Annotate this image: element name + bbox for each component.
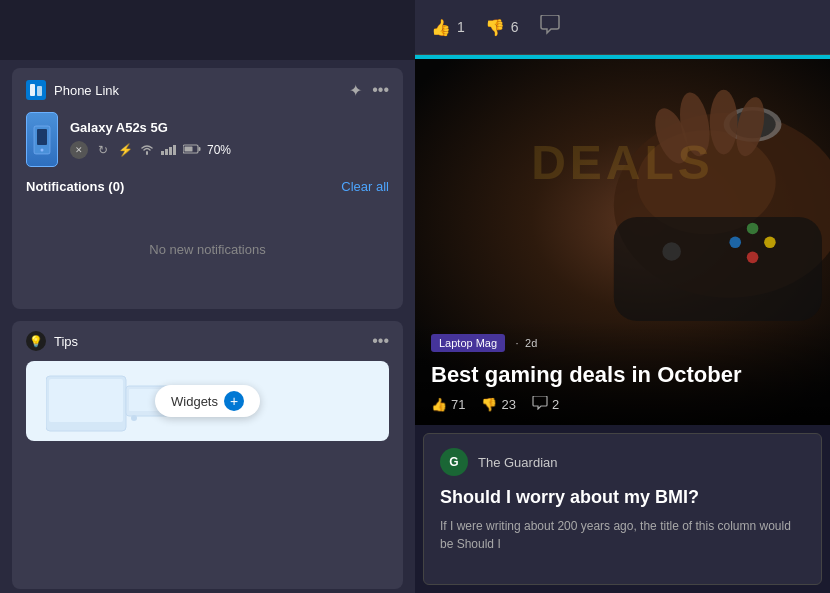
battery-icon (183, 143, 201, 157)
svg-point-31 (729, 237, 741, 249)
svg-point-4 (41, 148, 44, 151)
top-dislikes-section: 👎 6 (485, 18, 519, 37)
guardian-excerpt: If I were writing about 200 years ago, t… (440, 517, 805, 553)
tips-more-icon[interactable]: ••• (372, 332, 389, 350)
gaming-card[interactable]: DEALS Laptop Mag · 2d Best gaming deals … (415, 55, 830, 425)
bluetooth-icon: ⚡ (118, 143, 133, 157)
svg-point-29 (764, 237, 776, 249)
widgets-plus-icon: + (224, 391, 244, 411)
deals-watermark: DEALS (531, 135, 714, 190)
phone-info: Galaxy A52s 5G ✕ ↻ ⚡ (26, 112, 389, 167)
phone-status-icons: ✕ ↻ ⚡ (70, 141, 231, 159)
top-news-partial: 👍 1 👎 6 (415, 0, 830, 55)
disconnect-icon[interactable]: ✕ (70, 141, 88, 159)
phone-details: Galaxy A52s 5G ✕ ↻ ⚡ (70, 120, 231, 159)
teal-accent-line (415, 55, 830, 59)
top-dark-bar (0, 0, 415, 60)
refresh-icon[interactable]: ↻ (94, 141, 112, 159)
guardian-article-title: Should I worry about my BMI? (440, 486, 805, 509)
gaming-likes-count: 71 (451, 397, 465, 412)
tips-app-icon: 💡 (26, 331, 46, 351)
widgets-label: Widgets (171, 394, 218, 409)
right-column: 👍 1 👎 6 (415, 0, 830, 593)
device-name: Galaxy A52s 5G (70, 120, 231, 135)
guardian-header: G The Guardian (440, 448, 805, 476)
phone-thumbnail (26, 112, 58, 167)
tips-content: Widgets + (26, 361, 389, 441)
more-options-icon[interactable]: ••• (372, 81, 389, 99)
gaming-comments: 2 (532, 396, 559, 413)
notifications-header: Notifications (0) Clear all (26, 179, 389, 194)
thumbs-down-icon[interactable]: 👎 (485, 18, 505, 37)
top-likes-count: 1 (457, 19, 465, 35)
guardian-source-name: The Guardian (478, 455, 558, 470)
tips-header-left: 💡 Tips (26, 331, 78, 351)
gaming-thumbs-down-icon[interactable]: 👎 (481, 397, 497, 412)
source-time-ago: 2d (525, 337, 537, 349)
svg-rect-3 (37, 129, 47, 145)
phone-link-card: Phone Link ✦ ••• Galaxy A52s 5G ✕ ↻ (12, 68, 403, 309)
source-badge: Laptop Mag (431, 334, 505, 352)
svg-point-24 (710, 90, 738, 155)
gaming-actions: 👍 71 👎 23 2 (431, 396, 814, 413)
card-header: Phone Link ✦ ••• (26, 80, 389, 100)
tips-title: Tips (54, 334, 78, 349)
left-column: Phone Link ✦ ••• Galaxy A52s 5G ✕ ↻ (0, 0, 415, 593)
gaming-card-info: Laptop Mag · 2d Best gaming deals in Oct… (415, 321, 830, 425)
wifi-icon (139, 143, 155, 158)
no-notifications-text: No new notifications (26, 202, 389, 297)
svg-point-28 (747, 252, 759, 264)
guardian-card[interactable]: G The Guardian Should I worry about my B… (423, 433, 822, 585)
svg-point-16 (131, 415, 137, 421)
svg-rect-5 (161, 151, 164, 155)
signal-icon (161, 143, 177, 157)
svg-rect-11 (185, 147, 193, 152)
svg-rect-6 (165, 149, 168, 155)
tips-card: 💡 Tips ••• Widgets + (12, 321, 403, 589)
svg-rect-7 (169, 147, 172, 155)
notifications-title: Notifications (0) (26, 179, 124, 194)
svg-point-27 (662, 242, 681, 261)
gaming-dislikes-count: 23 (501, 397, 515, 412)
gaming-likes: 👍 71 (431, 397, 465, 412)
guardian-logo: G (440, 448, 468, 476)
phone-link-title: Phone Link (54, 83, 119, 98)
gaming-comments-count: 2 (552, 397, 559, 412)
thumbs-up-icon[interactable]: 👍 (431, 18, 451, 37)
svg-rect-10 (199, 147, 201, 151)
gaming-dislikes: 👎 23 (481, 397, 515, 412)
top-dislikes-count: 6 (511, 19, 519, 35)
gaming-article-title: Best gaming deals in October (431, 362, 814, 388)
svg-point-30 (747, 223, 759, 235)
top-comment-icon[interactable] (539, 15, 561, 40)
source-time: · (516, 337, 519, 349)
card-header-right: ✦ ••• (349, 81, 389, 100)
card-header-left: Phone Link (26, 80, 119, 100)
svg-rect-1 (37, 86, 42, 96)
svg-rect-0 (30, 84, 35, 96)
tips-header: 💡 Tips ••• (26, 331, 389, 351)
gaming-comment-icon[interactable] (532, 396, 548, 413)
battery-percentage: 70% (207, 143, 231, 157)
widgets-button[interactable]: Widgets + (155, 385, 260, 417)
svg-rect-8 (173, 145, 176, 155)
svg-rect-13 (49, 379, 123, 422)
clear-all-button[interactable]: Clear all (341, 179, 389, 194)
top-likes-section: 👍 1 (431, 18, 465, 37)
pin-icon[interactable]: ✦ (349, 81, 362, 100)
svg-rect-26 (614, 217, 822, 321)
gaming-thumbs-up-icon[interactable]: 👍 (431, 397, 447, 412)
source-line: Laptop Mag · 2d (431, 333, 814, 358)
phone-link-app-icon (26, 80, 46, 100)
